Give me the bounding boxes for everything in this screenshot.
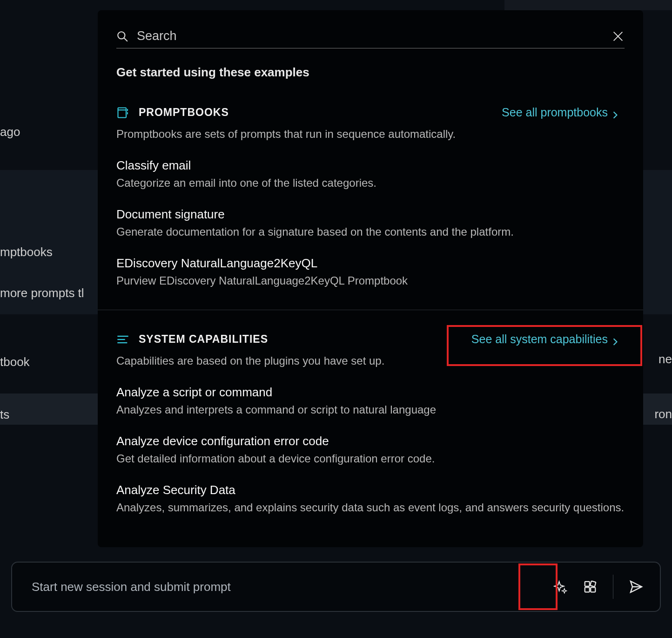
- capability-item-title: Analyze a script or command: [116, 385, 625, 400]
- section-divider: [98, 310, 643, 310]
- svg-rect-13: [585, 587, 590, 592]
- capability-item-desc: Analyzes and interprets a command or scr…: [116, 403, 625, 416]
- capabilities-header: SYSTEM CAPABILITIES See all system capab…: [116, 329, 625, 350]
- capability-item[interactable]: Analyze Security Data Analyzes, summariz…: [116, 483, 625, 514]
- bg-text-fragment: more prompts tl: [0, 286, 84, 300]
- promptbook-item[interactable]: Classify email Categorize an email into …: [116, 158, 625, 190]
- prompts-popup: Get started using these examples PROMPTB…: [98, 10, 643, 547]
- svg-rect-12: [590, 581, 596, 587]
- capability-item-title: Analyze Security Data: [116, 483, 625, 497]
- capability-item-desc: Analyzes, summarizes, and explains secur…: [116, 501, 625, 514]
- see-all-capabilities-link[interactable]: See all system capabilities: [465, 329, 625, 350]
- close-icon[interactable]: [612, 30, 625, 43]
- svg-rect-11: [585, 582, 590, 586]
- sparkle-icon[interactable]: [551, 577, 570, 597]
- send-icon[interactable]: [626, 577, 646, 597]
- search-input[interactable]: [137, 29, 612, 43]
- see-all-promptbooks-label: See all promptbooks: [502, 106, 608, 119]
- prompt-actions: [551, 575, 646, 599]
- capability-item-desc: Get detailed information about a device …: [116, 452, 625, 465]
- promptbook-item-title: EDiscovery NaturalLanguage2KeyQL: [116, 256, 625, 271]
- search-row: [116, 29, 625, 48]
- promptbook-item-title: Classify email: [116, 158, 625, 173]
- promptbook-item[interactable]: EDiscovery NaturalLanguage2KeyQL Purview…: [116, 256, 625, 287]
- promptbooks-header: PROMPTBOOKS See all promptbooks: [116, 102, 625, 123]
- get-started-heading: Get started using these examples: [116, 65, 625, 80]
- capability-item[interactable]: Analyze a script or command Analyzes and…: [116, 385, 625, 416]
- promptbooks-description: Promptbooks are sets of prompts that run…: [116, 128, 625, 141]
- capability-item[interactable]: Analyze device configuration error code …: [116, 434, 625, 465]
- promptbook-item-desc: Generate documentation for a signature b…: [116, 225, 625, 238]
- bg-text-fragment: tbook: [0, 355, 30, 369]
- see-all-promptbooks-link[interactable]: See all promptbooks: [495, 102, 625, 123]
- bg-text-fragment: ts: [0, 407, 9, 422]
- bg-text-fragment: ne: [659, 352, 672, 367]
- bg-text-fragment: mptbooks: [0, 245, 53, 259]
- capabilities-title: SYSTEM CAPABILITIES: [139, 333, 268, 346]
- prompt-bar: [11, 562, 661, 612]
- prompt-input[interactable]: [32, 580, 551, 594]
- bg-text-fragment: ron: [654, 407, 672, 421]
- bg-decor: [504, 0, 672, 10]
- promptbook-item[interactable]: Document signature Generate documentatio…: [116, 207, 625, 238]
- svg-rect-4: [118, 108, 127, 117]
- separator: [613, 575, 613, 599]
- chevron-right-icon: [612, 335, 618, 344]
- promptbooks-title: PROMPTBOOKS: [139, 106, 229, 119]
- promptbook-item-desc: Purview EDiscovery NaturalLanguage2KeyQL…: [116, 274, 625, 287]
- search-icon: [116, 30, 128, 42]
- promptbook-item-desc: Categorize an email into one of the list…: [116, 176, 625, 190]
- svg-point-0: [118, 32, 125, 39]
- capabilities-icon: [116, 333, 129, 346]
- promptbook-item-title: Document signature: [116, 207, 625, 222]
- promptbook-icon: [116, 106, 129, 119]
- see-all-capabilities-label: See all system capabilities: [471, 333, 608, 346]
- apps-icon[interactable]: [580, 577, 600, 597]
- svg-rect-14: [591, 587, 595, 592]
- capability-item-title: Analyze device configuration error code: [116, 434, 625, 448]
- chevron-right-icon: [612, 109, 618, 117]
- bg-text-fragment: ago: [0, 125, 20, 139]
- svg-line-1: [124, 38, 128, 41]
- capabilities-description: Capabilities are based on the plugins yo…: [116, 354, 625, 367]
